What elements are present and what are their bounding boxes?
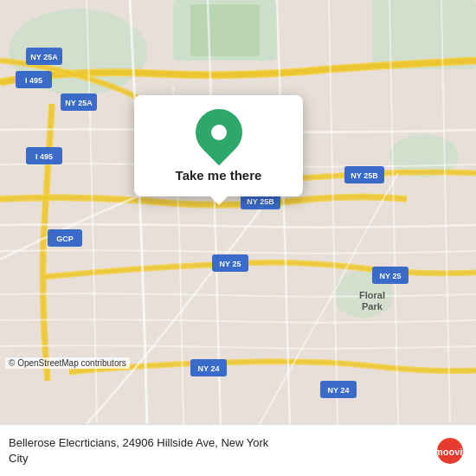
svg-text:NY 25A: NY 25A xyxy=(30,53,58,61)
svg-text:NY 24: NY 24 xyxy=(198,364,220,373)
svg-text:I 495: I 495 xyxy=(35,152,53,161)
popup-card: Take me there xyxy=(134,95,303,196)
svg-text:NY 24: NY 24 xyxy=(328,386,350,395)
moovit-logo: moovit xyxy=(436,437,464,465)
svg-text:GCP: GCP xyxy=(56,235,74,243)
moovit-icon: moovit xyxy=(436,437,464,465)
take-me-there-button[interactable]: Take me there xyxy=(172,166,266,184)
svg-text:I 495: I 495 xyxy=(25,76,42,85)
svg-text:NY 25: NY 25 xyxy=(380,272,402,280)
svg-text:Park: Park xyxy=(362,301,383,312)
svg-text:NY 25A: NY 25A xyxy=(65,99,93,107)
svg-text:Floral: Floral xyxy=(359,290,385,300)
address-text: Bellerose Elecrticians, 24906 Hillside A… xyxy=(9,435,436,466)
pin-dot xyxy=(211,125,227,140)
svg-text:NY 25B: NY 25B xyxy=(247,197,274,206)
osm-attribution: © OpenStreetMap contributors xyxy=(5,357,130,369)
svg-text:NY 25: NY 25 xyxy=(220,260,241,268)
location-pin-icon xyxy=(185,100,251,165)
bottom-bar: Bellerose Elecrticians, 24906 Hillside A… xyxy=(0,424,476,476)
svg-text:moovit: moovit xyxy=(436,447,464,457)
svg-text:NY 25B: NY 25B xyxy=(351,171,378,180)
svg-rect-3 xyxy=(190,4,260,56)
map-container: I 495 NY 25A I 495 NY 25A GCP NY 25B NY … xyxy=(0,0,476,424)
